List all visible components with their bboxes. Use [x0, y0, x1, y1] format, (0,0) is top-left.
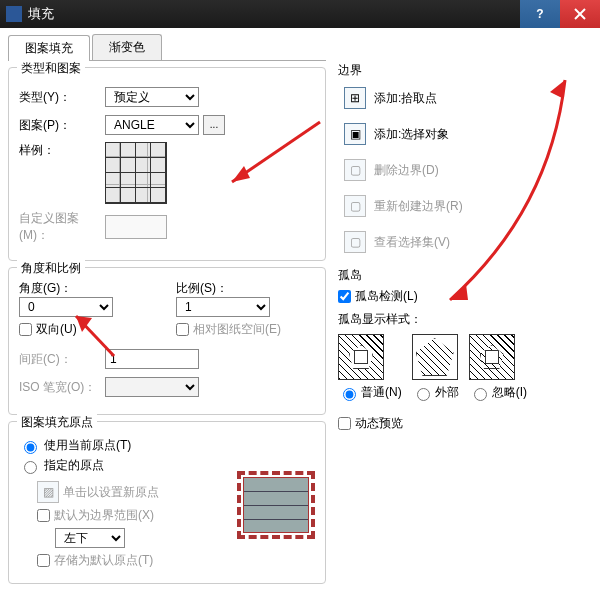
group-title: 类型和图案: [17, 60, 85, 77]
island-normal-radio[interactable]: [343, 388, 356, 401]
group-hatch-origin: 图案填充原点 使用当前原点(T) 指定的原点 ▨单击以设置新原点 默认为边界范围…: [8, 421, 326, 584]
group-type-pattern: 类型和图案 类型(Y)： 预定义 图案(P)： ANGLE ... 样例： 自定…: [8, 67, 326, 261]
origin-position-select[interactable]: 左下: [55, 528, 125, 548]
dynamic-preview-label: 动态预览: [355, 415, 403, 432]
bidirectional-checkbox[interactable]: [19, 323, 32, 336]
pick-point-icon: ⊞: [344, 87, 366, 109]
delete-boundary-button: ▢ 删除边界(D): [344, 159, 590, 181]
iso-width-label: ISO 笔宽(O)：: [19, 379, 105, 396]
island-title: 孤岛: [338, 267, 590, 284]
help-button[interactable]: ?: [520, 0, 560, 28]
island-outer-preview[interactable]: [412, 334, 458, 380]
island-detection-label: 孤岛检测(L): [355, 288, 418, 305]
view-selection-button: ▢ 查看选择集(V): [344, 231, 590, 253]
recreate-boundary-button: ▢ 重新创建边界(R): [344, 195, 590, 217]
custom-pattern-swatch: [105, 215, 167, 239]
view-selection-label: 查看选择集(V): [374, 234, 450, 251]
recreate-boundary-label: 重新创建边界(R): [374, 198, 463, 215]
spacing-label: 间距(C)：: [19, 351, 105, 368]
add-pick-point-button[interactable]: ⊞ 添加:拾取点: [344, 87, 590, 109]
recreate-boundary-icon: ▢: [344, 195, 366, 217]
group-title: 角度和比例: [17, 260, 85, 277]
bidirectional-label: 双向(U): [36, 321, 77, 338]
island-outer-radio[interactable]: [417, 388, 430, 401]
window-title: 填充: [28, 5, 520, 23]
island-ignore-label: 忽略(I): [492, 384, 527, 401]
use-current-origin-radio[interactable]: [24, 441, 37, 454]
pattern-swatch[interactable]: [105, 142, 167, 204]
boundary-title: 边界: [338, 62, 590, 79]
group-angle-scale: 角度和比例 角度(G)： 0 双向(U) 比例(S)： 1 相对图纸空间(E) …: [8, 267, 326, 415]
specified-origin-label: 指定的原点: [44, 457, 104, 474]
origin-preview: [243, 477, 309, 533]
island-style-label: 孤岛显示样式：: [338, 311, 590, 328]
relative-paper-label: 相对图纸空间(E): [193, 321, 281, 338]
tab-strip: 图案填充 渐变色: [8, 34, 326, 61]
store-default-label: 存储为默认原点(T): [54, 552, 153, 569]
spacing-input[interactable]: [105, 349, 199, 369]
island-detection-checkbox[interactable]: [338, 290, 351, 303]
sample-label: 样例：: [19, 142, 105, 159]
scale-label: 比例(S)：: [176, 280, 315, 297]
select-object-icon: ▣: [344, 123, 366, 145]
add-select-object-button[interactable]: ▣ 添加:选择对象: [344, 123, 590, 145]
store-default-checkbox[interactable]: [37, 554, 50, 567]
custom-pattern-label: 自定义图案(M)：: [19, 210, 105, 244]
relative-paper-checkbox[interactable]: [176, 323, 189, 336]
delete-boundary-label: 删除边界(D): [374, 162, 439, 179]
pattern-label: 图案(P)：: [19, 117, 105, 134]
scale-select[interactable]: 1: [176, 297, 270, 317]
tab-gradient[interactable]: 渐变色: [92, 34, 162, 60]
type-select[interactable]: 预定义: [105, 87, 199, 107]
island-normal-preview[interactable]: [338, 334, 384, 380]
angle-label: 角度(G)：: [19, 280, 158, 297]
iso-width-select[interactable]: [105, 377, 199, 397]
add-select-object-label: 添加:选择对象: [374, 126, 449, 143]
use-current-origin-label: 使用当前原点(T): [44, 437, 131, 454]
close-button[interactable]: [560, 0, 600, 28]
island-outer-label: 外部: [435, 384, 459, 401]
add-pick-point-label: 添加:拾取点: [374, 90, 437, 107]
type-label: 类型(Y)：: [19, 89, 105, 106]
view-selection-icon: ▢: [344, 231, 366, 253]
app-icon: [6, 6, 22, 22]
group-title: 图案填充原点: [17, 414, 97, 431]
island-normal-label: 普通(N): [361, 384, 402, 401]
default-extents-label: 默认为边界范围(X): [54, 507, 154, 524]
title-bar: 填充 ?: [0, 0, 600, 28]
angle-select[interactable]: 0: [19, 297, 113, 317]
tab-pattern-fill[interactable]: 图案填充: [8, 35, 90, 61]
delete-boundary-icon: ▢: [344, 159, 366, 181]
island-ignore-preview[interactable]: [469, 334, 515, 380]
default-extents-checkbox[interactable]: [37, 509, 50, 522]
pattern-browse-button[interactable]: ...: [203, 115, 225, 135]
set-origin-label: 单击以设置新原点: [63, 484, 159, 501]
dynamic-preview-checkbox[interactable]: [338, 417, 351, 430]
specified-origin-radio[interactable]: [24, 461, 37, 474]
island-ignore-radio[interactable]: [474, 388, 487, 401]
pattern-select[interactable]: ANGLE: [105, 115, 199, 135]
set-origin-icon: ▨: [37, 481, 59, 503]
